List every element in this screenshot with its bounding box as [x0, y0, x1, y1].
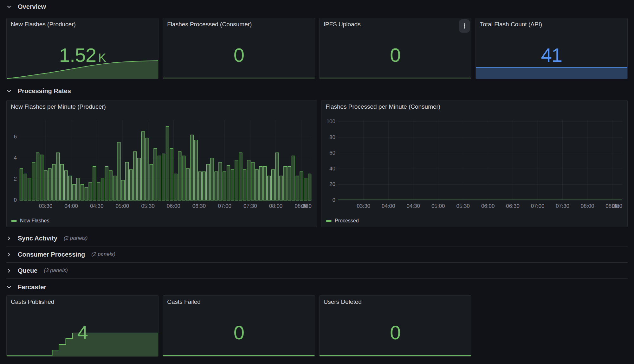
panel-new-flashes-per-minute: New Flashes per Minute (Producer) 024603…	[6, 100, 317, 227]
section-title: Sync Activity	[18, 235, 57, 242]
panel-title[interactable]: Flashes Processed (Consumer)	[163, 18, 314, 31]
x-axis-tick-label: 03:30	[357, 203, 370, 209]
x-axis-tick-label: 09:0	[301, 203, 312, 209]
x-axis-tick-label: 05:00	[431, 203, 445, 209]
y-axis-tick-label: 0	[323, 197, 335, 203]
x-axis-tick-label: 07:30	[556, 203, 569, 209]
panel-menu-button[interactable]	[459, 19, 470, 33]
legend-label: New Flashes	[20, 218, 49, 224]
panel-count: (3 panels)	[44, 267, 68, 274]
y-axis-tick-label: 100	[323, 118, 335, 125]
section-header-queue[interactable]: Queue (3 panels)	[6, 263, 628, 279]
chevron-down-icon	[6, 4, 11, 9]
x-axis-tick-label: 05:30	[456, 203, 470, 209]
x-axis-tick-label: 09:0	[612, 203, 622, 209]
processing-rates-panels-row: New Flashes per Minute (Producer) 024603…	[6, 100, 628, 227]
x-axis-tick-label: 06:00	[481, 203, 495, 209]
chevron-right-icon	[6, 268, 11, 273]
stat-value: 41	[476, 45, 627, 65]
panel-title[interactable]: Total Flash Count (API)	[476, 18, 627, 31]
overview-panels-row: New Flashes (Producer) 1.52K Flashes Pro…	[6, 18, 628, 79]
section-header-overview[interactable]: Overview	[6, 2, 628, 11]
panel-title[interactable]: New Flashes (Producer)	[7, 18, 158, 31]
y-axis-tick-label: 40	[323, 166, 335, 172]
x-axis-tick-label: 07:00	[531, 203, 545, 209]
x-axis-tick-label: 05:00	[116, 203, 129, 209]
x-axis-tick-label: 05:30	[141, 203, 155, 209]
panel-title[interactable]: Casts Failed	[163, 296, 314, 308]
section-title: Farcaster	[18, 284, 46, 291]
x-axis-tick-label: 04:00	[382, 203, 395, 209]
x-axis-tick-label: 06:30	[192, 203, 206, 209]
farcaster-panels-row: Casts Published 4 Casts Failed 0 Users D…	[6, 295, 628, 357]
y-axis-tick-label: 2	[6, 176, 17, 182]
chart-plot-area[interactable]: 02040608010003:3004:0004:3005:0005:3006:…	[338, 120, 622, 200]
section-header-sync-activity[interactable]: Sync Activity (2 panels)	[6, 230, 628, 246]
section-header-consumer-processing[interactable]: Consumer Processing (2 panels)	[6, 246, 628, 263]
panel-casts-published: Casts Published 4	[6, 295, 158, 357]
x-axis-tick-label: 06:30	[506, 203, 520, 209]
x-axis-tick-label: 08:00	[581, 203, 594, 209]
stat-value: 0	[320, 45, 471, 65]
stat-value: 0	[163, 45, 314, 65]
section-title: Processing Rates	[18, 87, 71, 95]
panel-new-flashes-producer: New Flashes (Producer) 1.52K	[6, 18, 158, 79]
chevron-down-icon	[6, 284, 11, 290]
x-axis-tick-label: 04:30	[406, 203, 420, 209]
panel-title[interactable]: New Flashes per Minute (Producer)	[7, 100, 317, 113]
section-title: Consumer Processing	[18, 251, 85, 258]
panel-flashes-processed-per-minute: Flashes Processed per Minute (Consumer) …	[321, 100, 628, 227]
panel-users-deleted: Users Deleted 0	[319, 295, 471, 357]
y-axis-tick-label: 60	[323, 150, 335, 156]
legend-new-flashes[interactable]: New Flashes	[11, 218, 49, 224]
section-title: Queue	[18, 267, 37, 274]
stat-value: 0	[163, 323, 314, 342]
panel-title[interactable]: IPFS Uploads	[320, 18, 471, 31]
x-axis-tick-label: 03:30	[39, 203, 53, 209]
legend-series-color	[326, 220, 332, 222]
x-axis-tick-label: 04:00	[64, 203, 78, 209]
x-axis-tick-label: 07:00	[218, 203, 231, 209]
stat-value: 0	[320, 323, 471, 342]
chart-plot-area[interactable]: 024603:3004:0004:3005:0005:3006:0006:300…	[19, 120, 312, 200]
stat-value: 1.52K	[7, 45, 158, 65]
collapsed-sections: Sync Activity (2 panels) Consumer Proces…	[6, 230, 628, 279]
chevron-down-icon	[6, 88, 11, 93]
x-axis-tick-label: 08:00	[269, 203, 283, 209]
panel-casts-failed: Casts Failed 0	[163, 295, 315, 357]
y-axis-tick-label: 20	[323, 181, 335, 188]
y-axis-tick-label: 80	[323, 134, 335, 141]
legend-series-color	[11, 220, 17, 222]
panel-title[interactable]: Casts Published	[7, 296, 158, 308]
legend-processed[interactable]: Processed	[326, 218, 359, 224]
chevron-right-icon	[6, 252, 11, 257]
panel-flashes-processed-consumer: Flashes Processed (Consumer) 0	[163, 18, 315, 79]
x-axis-tick-label: 07:30	[243, 203, 257, 209]
chevron-right-icon	[6, 236, 11, 241]
stat-value: 4	[7, 323, 158, 342]
y-axis-tick-label: 4	[6, 155, 17, 161]
panel-count: (2 panels)	[91, 251, 115, 258]
panel-ipfs-uploads: IPFS Uploads 0	[319, 18, 471, 79]
panel-count: (2 panels)	[64, 235, 88, 241]
y-axis-tick-label: 0	[6, 197, 17, 203]
x-axis-tick-label: 06:00	[167, 203, 180, 209]
grafana-dashboard: Overview New Flashes (Producer) 1.52K Fl…	[0, 0, 634, 364]
legend-label: Processed	[335, 218, 359, 224]
kebab-icon	[462, 22, 467, 30]
y-axis-tick-label: 6	[6, 134, 17, 140]
section-header-processing-rates[interactable]: Processing Rates	[6, 86, 628, 96]
panel-title[interactable]: Users Deleted	[320, 296, 471, 308]
panel-title[interactable]: Flashes Processed per Minute (Consumer)	[321, 100, 627, 113]
x-axis-tick-label: 04:30	[90, 203, 104, 209]
section-header-farcaster[interactable]: Farcaster	[6, 282, 628, 292]
section-title: Overview	[18, 3, 46, 10]
panel-total-flash-count-api: Total Flash Count (API) 41	[476, 18, 628, 79]
